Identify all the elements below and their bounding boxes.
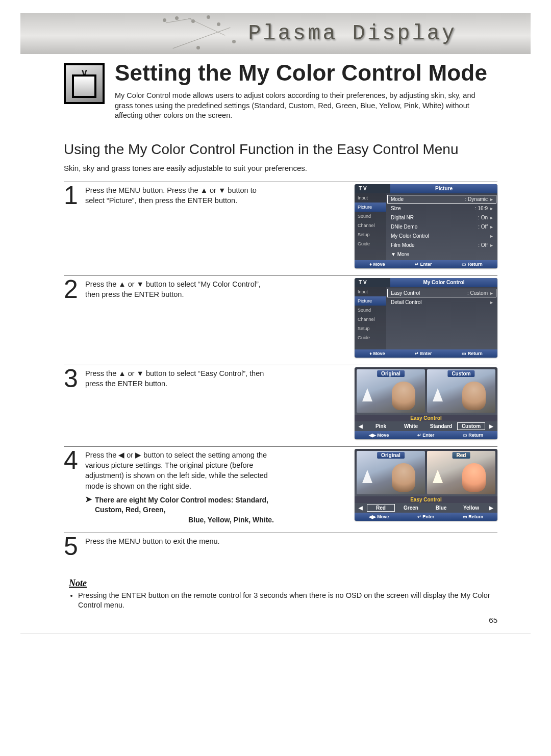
page-number: 65 — [20, 616, 531, 634]
modes-arrow-icon: ➤ — [85, 495, 92, 525]
osd-row[interactable]: Mode: Dynamic▸ — [387, 195, 496, 204]
osd-side-channel[interactable]: Channel — [358, 223, 375, 228]
osd-title: My Color Control — [390, 278, 497, 287]
osd-hint-return: ▭ Return — [462, 262, 483, 267]
osd-footer: ♦ Move ↵ Enter ▭ Return — [355, 260, 497, 268]
osd-row[interactable]: Detail Control▸ — [387, 298, 496, 307]
osd-side-guide[interactable]: Guide — [358, 241, 370, 246]
osd-row[interactable]: Digital NR: On▸ — [387, 213, 496, 222]
step-number: 2 — [64, 278, 78, 358]
osd-side-setup[interactable]: Setup — [358, 232, 370, 237]
step-number: 1 — [64, 184, 78, 268]
osd-strip-option[interactable]: Yellow — [457, 504, 485, 512]
osd-side-input[interactable]: Input — [358, 289, 368, 294]
osd-hint-enter: ↵ Enter — [417, 433, 435, 438]
osd-strip-option[interactable]: ▶ — [487, 504, 495, 512]
preview-label-red: Red — [453, 452, 470, 459]
osd-hint-enter: ↵ Enter — [415, 351, 432, 356]
osd-row[interactable]: Easy Control: Custom▸ — [387, 289, 496, 297]
osd-strip-option[interactable]: White — [397, 422, 425, 430]
preview-label-custom: Custom — [447, 370, 474, 377]
note-heading: Note — [69, 578, 497, 589]
osd-row[interactable]: My Color Control▸ — [387, 232, 496, 240]
osd-strip-option[interactable]: ◀ — [357, 504, 365, 512]
step-number: 5 — [64, 535, 78, 558]
osd-side-picture[interactable]: Picture — [358, 205, 372, 210]
modes-line-2: Blue, Yellow, Pink, White. — [95, 515, 274, 525]
osd-strip-title: Easy Control — [355, 415, 497, 421]
section-subtitle: Skin, sky and grass tones are easily adj… — [20, 164, 531, 172]
osd-row[interactable]: Size: 16:9▸ — [387, 204, 496, 213]
osd-side-sound[interactable]: Sound — [358, 308, 371, 313]
manual-page: Plasma Display ∨ Setting the My Color Co… — [20, 13, 531, 634]
step-text-main: Press the ◀ or ▶ button to select the se… — [85, 451, 268, 490]
preview-custom: Custom — [427, 369, 495, 413]
preview-original: Original — [357, 369, 425, 413]
step-text: Press the MENU button. Press the ▲ or ▼ … — [85, 184, 274, 268]
banner: Plasma Display — [20, 13, 531, 54]
modes-line-1: There are eight My Color Control modes: … — [95, 495, 274, 515]
osd-hint-move: ◀▶ Move — [369, 514, 389, 519]
step-5: 5 Press the MENU button to exit the menu… — [64, 533, 497, 565]
osd-hint-return: ▭ Return — [463, 514, 484, 519]
osd-strip-option[interactable]: ◀ — [357, 422, 365, 430]
osd-strip-option[interactable]: Blue — [427, 504, 455, 512]
osd-hint-enter: ↵ Enter — [415, 262, 432, 267]
osd-side-input[interactable]: Input — [358, 195, 368, 200]
osd-row[interactable]: ▼ More — [387, 250, 496, 259]
osd-footer: ◀▶ Move ↵ Enter ▭ Return — [355, 431, 497, 439]
osd-strip-option[interactable]: Custom — [457, 422, 485, 430]
osd-tv-label: T V — [355, 186, 390, 191]
osd-side-setup[interactable]: Setup — [358, 326, 370, 331]
osd-hint-return: ▭ Return — [462, 351, 483, 356]
step-number: 3 — [64, 367, 78, 439]
page-title: Setting the My Color Control Mode — [115, 60, 497, 86]
osd-hint-return: ▭ Return — [463, 433, 484, 438]
preview-original: Original — [357, 451, 425, 494]
osd-side-picture[interactable]: Picture — [358, 298, 372, 304]
step-4: 4 Press the ◀ or ▶ button to select the … — [64, 446, 497, 533]
osd-sidebar: Input Picture Sound Channel Setup Guide — [355, 193, 386, 260]
osd-hint-enter: ↵ Enter — [417, 514, 435, 519]
preview-label-original: Original — [377, 452, 405, 459]
osd-strip-option[interactable]: Standard — [427, 422, 455, 430]
osd-title: Picture — [390, 184, 497, 193]
osd-easy-control-red: Original Red Easy Control ◀RedGreenBlueY… — [355, 449, 497, 521]
step-text: Press the ▲ or ▼ button to select “My Co… — [85, 278, 274, 358]
osd-sidebar: Input Picture Sound Channel Setup Guide — [355, 287, 386, 349]
preview-label-original: Original — [377, 370, 405, 377]
step-3: 3 Press the ▲ or ▼ button to select “Eas… — [64, 365, 497, 446]
osd-strip-option[interactable]: Red — [367, 504, 395, 512]
osd-strip-option[interactable]: Green — [397, 504, 425, 512]
step-text: Press the ◀ or ▶ button to select the se… — [85, 449, 274, 525]
step-number: 4 — [64, 449, 78, 525]
osd-picture-menu: T V Picture Input Picture Sound Channel … — [355, 184, 497, 268]
note-block: Note Pressing the ENTER button on the re… — [20, 565, 531, 616]
tv-icon: ∨ — [64, 63, 105, 104]
osd-strip-option[interactable]: Pink — [367, 422, 395, 430]
osd-hint-move: ♦ Move — [369, 351, 385, 356]
intro-text: My Color Control mode allows users to ad… — [115, 91, 482, 121]
step-2: 2 Press the ▲ or ▼ button to select “My … — [64, 275, 497, 365]
osd-mycolor-menu: T V My Color Control Input Picture Sound… — [355, 278, 497, 358]
osd-row[interactable]: DNIe Demo: Off▸ — [387, 222, 496, 231]
preview-red: Red — [427, 451, 495, 494]
osd-side-sound[interactable]: Sound — [358, 214, 371, 219]
steps-list: 1 Press the MENU button. Press the ▲ or … — [20, 172, 531, 565]
osd-hint-move: ♦ Move — [369, 262, 385, 267]
osd-hint-move: ◀▶ Move — [369, 433, 389, 438]
osd-side-channel[interactable]: Channel — [358, 317, 375, 322]
section-title: Using the My Color Control Function in t… — [20, 141, 531, 158]
osd-side-guide[interactable]: Guide — [358, 335, 370, 340]
note-bullet: Pressing the ENTER button on the remote … — [78, 591, 497, 611]
osd-strip-option[interactable]: ▶ — [487, 422, 495, 430]
osd-footer: ♦ Move ↵ Enter ▭ Return — [355, 349, 497, 358]
osd-row[interactable]: Film Mode: Off▸ — [387, 241, 496, 249]
step-text: Press the MENU button to exit the menu. — [85, 535, 274, 558]
step-text: Press the ▲ or ▼ button to select “Easy … — [85, 367, 274, 439]
osd-tv-label: T V — [355, 280, 390, 285]
osd-footer: ◀▶ Move ↵ Enter ▭ Return — [355, 513, 497, 521]
banner-title: Plasma Display — [248, 21, 457, 46]
osd-easy-control-custom: Original Custom Easy Control ◀PinkWhiteS… — [355, 367, 497, 439]
step-1: 1 Press the MENU button. Press the ▲ or … — [64, 182, 497, 275]
